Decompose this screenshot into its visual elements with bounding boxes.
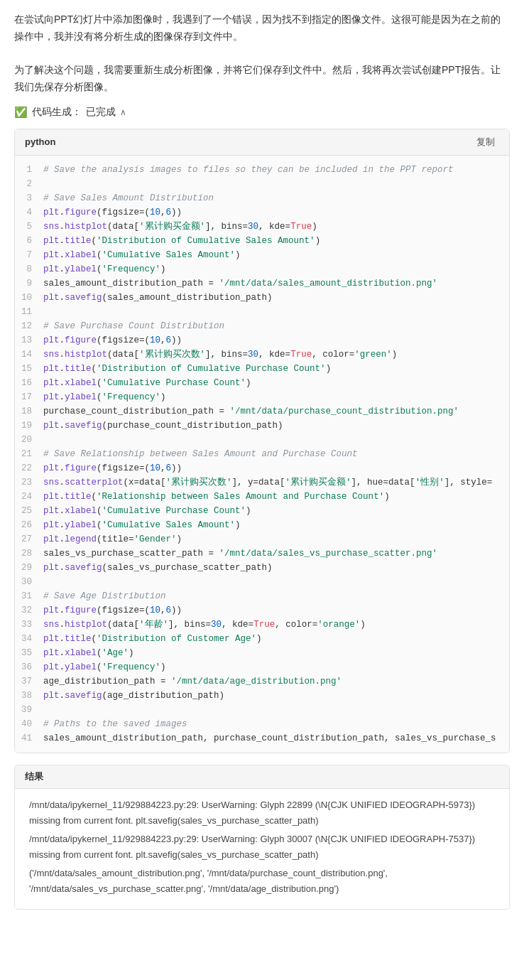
line-content: # Save Sales Amount Distribution bbox=[40, 191, 509, 205]
line-number: 31 bbox=[15, 589, 40, 603]
line-number: 32 bbox=[15, 603, 40, 618]
line-number: 38 bbox=[15, 689, 40, 703]
code-line: 35plt.xlabel('Age') bbox=[15, 646, 509, 660]
line-number: 15 bbox=[15, 362, 40, 376]
line-content: plt.xlabel('Cumulative Purchase Count') bbox=[40, 504, 509, 518]
line-content: plt.ylabel('Cumulative Sales Amount') bbox=[40, 518, 509, 532]
line-number: 6 bbox=[15, 234, 40, 248]
code-line: 34plt.title('Distribution of Customer Ag… bbox=[15, 632, 509, 646]
code-line: 26plt.ylabel('Cumulative Sales Amount') bbox=[15, 518, 509, 532]
code-line: 32plt.figure(figsize=(10,6)) bbox=[15, 603, 509, 618]
line-number: 30 bbox=[15, 575, 40, 589]
line-content: plt.xlabel('Cumulative Purchase Count') bbox=[40, 376, 509, 390]
line-content bbox=[40, 433, 509, 447]
line-content: sns.histplot(data['累计购买金额'], bins=30, kd… bbox=[40, 220, 509, 234]
line-number: 25 bbox=[15, 504, 40, 518]
line-content: plt.legend(title='Gender') bbox=[40, 532, 509, 546]
line-content: # Save Purchase Count Distribution bbox=[40, 319, 509, 333]
line-number: 41 bbox=[15, 731, 40, 745]
code-line: 29plt.savefig(sales_vs_purchase_scatter_… bbox=[15, 561, 509, 575]
line-content: plt.ylabel('Frequency') bbox=[40, 660, 509, 674]
chevron-up-icon[interactable]: ∧ bbox=[120, 107, 126, 117]
code-line: 23sns.scatterplot(x=data['累计购买次数'], y=da… bbox=[15, 475, 509, 490]
line-number: 3 bbox=[15, 191, 40, 205]
code-line: 13plt.figure(figsize=(10,6)) bbox=[15, 333, 509, 348]
code-line: 11 bbox=[15, 305, 509, 319]
line-number: 29 bbox=[15, 561, 40, 575]
code-line: 20 bbox=[15, 433, 509, 447]
code-line: 30 bbox=[15, 575, 509, 589]
line-content: plt.title('Distribution of Customer Age'… bbox=[40, 632, 509, 646]
line-number: 11 bbox=[15, 305, 40, 319]
code-table: 1# Save the analysis images to files so … bbox=[15, 163, 509, 745]
code-line: 36plt.ylabel('Frequency') bbox=[15, 660, 509, 674]
line-content: plt.figure(figsize=(10,6)) bbox=[40, 461, 509, 475]
line-number: 4 bbox=[15, 205, 40, 220]
line-content: sales_vs_purchase_scatter_path = '/mnt/d… bbox=[40, 546, 509, 561]
code-body: 1# Save the analysis images to files so … bbox=[15, 156, 509, 753]
line-number: 27 bbox=[15, 532, 40, 546]
line-content: plt.ylabel('Frequency') bbox=[40, 262, 509, 276]
code-header: python 复制 bbox=[15, 129, 509, 156]
line-number: 21 bbox=[15, 447, 40, 461]
line-number: 35 bbox=[15, 646, 40, 660]
line-number: 22 bbox=[15, 461, 40, 475]
line-content: # Paths to the saved images bbox=[40, 717, 509, 731]
line-number: 40 bbox=[15, 717, 40, 731]
line-number: 17 bbox=[15, 390, 40, 404]
code-language-label: python bbox=[25, 136, 55, 147]
line-content: age_distribution_path = '/mnt/data/age_d… bbox=[40, 674, 509, 689]
line-content: # Save the analysis images to files so t… bbox=[40, 163, 509, 177]
line-number: 9 bbox=[15, 276, 40, 291]
line-number: 8 bbox=[15, 262, 40, 276]
line-content: plt.figure(figsize=(10,6)) bbox=[40, 603, 509, 618]
line-content: plt.title('Relationship between Sales Am… bbox=[40, 490, 509, 504]
code-line: 4plt.figure(figsize=(10,6)) bbox=[15, 205, 509, 220]
code-line: 19plt.savefig(purchase_count_distributio… bbox=[15, 419, 509, 433]
line-number: 5 bbox=[15, 220, 40, 234]
line-content: plt.xlabel('Cumulative Sales Amount') bbox=[40, 248, 509, 262]
line-content: sales_amount_distribution_path, purchase… bbox=[40, 731, 509, 745]
line-content: plt.figure(figsize=(10,6)) bbox=[40, 333, 509, 348]
result-body: /mnt/data/ipykernel_11/929884223.py:29: … bbox=[15, 789, 509, 909]
page-wrapper: 在尝试向PPT幻灯片中添加图像时，我遇到了一个错误，因为找不到指定的图像文件。这… bbox=[0, 0, 524, 921]
line-number: 1 bbox=[15, 163, 40, 177]
line-number: 20 bbox=[15, 433, 40, 447]
result-line: /mnt/data/ipykernel_11/929884223.py:29: … bbox=[29, 831, 495, 863]
line-number: 39 bbox=[15, 703, 40, 717]
result-line: ('/mnt/data/sales_amount_distribution.pn… bbox=[29, 866, 495, 897]
line-number: 19 bbox=[15, 419, 40, 433]
line-number: 7 bbox=[15, 248, 40, 262]
result-header: 结果 bbox=[15, 765, 509, 789]
line-number: 33 bbox=[15, 618, 40, 632]
line-content: sales_amount_distribution_path = '/mnt/d… bbox=[40, 276, 509, 291]
code-line: 24plt.title('Relationship between Sales … bbox=[15, 490, 509, 504]
line-content: plt.savefig(age_distribution_path) bbox=[40, 689, 509, 703]
line-content bbox=[40, 575, 509, 589]
code-line: 5sns.histplot(data['累计购买金额'], bins=30, k… bbox=[15, 220, 509, 234]
code-line: 28sales_vs_purchase_scatter_path = '/mnt… bbox=[15, 546, 509, 561]
code-line: 25plt.xlabel('Cumulative Purchase Count'… bbox=[15, 504, 509, 518]
code-line: 16plt.xlabel('Cumulative Purchase Count'… bbox=[15, 376, 509, 390]
line-number: 24 bbox=[15, 490, 40, 504]
copy-button[interactable]: 复制 bbox=[472, 134, 499, 150]
intro-paragraph-2: 为了解决这个问题，我需要重新生成分析图像，并将它们保存到文件中。然后，我将再次尝… bbox=[14, 62, 510, 96]
status-value: 已完成 bbox=[86, 106, 116, 119]
line-content: sns.histplot(data['年龄'], bins=30, kde=Tr… bbox=[40, 618, 509, 632]
check-icon: ✅ bbox=[14, 106, 28, 119]
result-line: /mnt/data/ipykernel_11/929884223.py:29: … bbox=[29, 797, 495, 829]
code-line: 21# Save Relationship between Sales Amou… bbox=[15, 447, 509, 461]
line-number: 14 bbox=[15, 348, 40, 362]
line-content: plt.title('Distribution of Cumulative Sa… bbox=[40, 234, 509, 248]
line-content bbox=[40, 305, 509, 319]
status-prefix: 代码生成： bbox=[32, 106, 82, 119]
intro-section: 在尝试向PPT幻灯片中添加图像时，我遇到了一个错误，因为找不到指定的图像文件。这… bbox=[14, 11, 510, 96]
line-content: plt.xlabel('Age') bbox=[40, 646, 509, 660]
code-line: 10plt.savefig(sales_amount_distribution_… bbox=[15, 291, 509, 305]
code-line: 17plt.ylabel('Frequency') bbox=[15, 390, 509, 404]
code-line: 15plt.title('Distribution of Cumulative … bbox=[15, 362, 509, 376]
line-number: 28 bbox=[15, 546, 40, 561]
code-line: 8plt.ylabel('Frequency') bbox=[15, 262, 509, 276]
line-content: plt.savefig(purchase_count_distribution_… bbox=[40, 419, 509, 433]
code-line: 41sales_amount_distribution_path, purcha… bbox=[15, 731, 509, 745]
